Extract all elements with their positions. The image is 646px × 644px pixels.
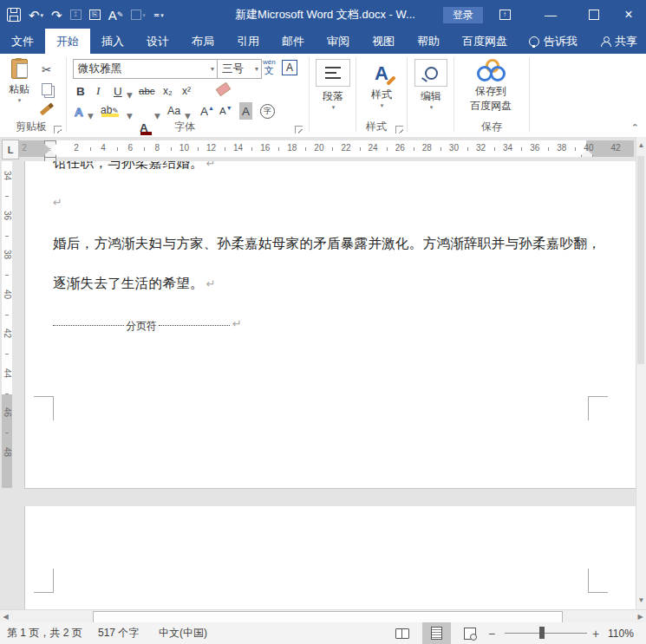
underline-button[interactable]: U [114,82,122,100]
text-line-para2[interactable]: 逐渐失去了生活的希望。↵ [53,275,216,293]
tab-视图[interactable]: 视图 [361,29,406,54]
zoom-out-button[interactable]: − [488,622,495,644]
ruler-number: 38 [3,250,12,260]
tab-邮件[interactable]: 邮件 [271,29,316,54]
paste-special-icon[interactable]: ⎘ [89,10,101,20]
underline-dropdown[interactable]: ▾ [127,86,133,103]
read-mode-button[interactable] [388,622,416,644]
character-border-icon[interactable]: A [282,59,297,76]
editing-group-button[interactable]: 编辑 ▾ [412,59,450,111]
zoom-in-button[interactable]: + [592,622,599,644]
italic-button[interactable]: I [96,82,101,100]
styles-group-label: 样式 [357,120,395,134]
vertical-scroll-thumb[interactable] [637,156,644,364]
tab-审阅[interactable]: 审阅 [316,29,361,54]
vertical-scrollbar[interactable]: ▲ ▼ [636,137,646,609]
zoom-slider-thumb[interactable] [539,627,545,639]
tab-tellme[interactable]: 告诉我 [519,29,588,54]
language-indicator[interactable]: 中文(中国) [159,622,207,644]
redo-icon[interactable]: ↷ [51,9,62,22]
document-title: 新建Microsoft Word 文档.docx - W... [217,0,434,29]
tab-文件[interactable]: 文件 [0,29,45,54]
superscript-button[interactable]: x² [182,82,191,100]
phonetic-guide-icon[interactable]: wén文 [263,58,276,75]
close-button[interactable]: × [614,0,643,29]
font-name-combo[interactable]: 微软雅黑▾ [73,59,218,79]
horizontal-ruler[interactable]: 2 24681012141618202224262830323436384042 [19,140,634,157]
word-count[interactable]: 517 个字 [98,622,139,644]
tab-插入[interactable]: 插入 [90,29,135,54]
minimize-button[interactable]: — [536,0,565,29]
horizontal-scroll-thumb[interactable] [93,611,563,623]
styles-icon: A [375,59,388,88]
tab-帮助[interactable]: 帮助 [406,29,451,54]
styles-dialog-launcher[interactable] [395,126,403,133]
page-indicator[interactable]: 第 1 页，共 2 页 [7,622,82,644]
font-size-combo[interactable]: 三号▾ [217,59,262,79]
collapse-ribbon-icon[interactable]: ⌃ [631,122,639,133]
save-to-baidu-button[interactable]: 保存到 百度网盘 [460,59,522,114]
page-1[interactable]: 馆任职，与孙柔嘉结婚。↵ ↵ 婚后，方鸿渐夫妇与方家、孙柔嘉姑母家的矛盾暴露并激… [24,161,639,489]
clipboard-dialog-launcher[interactable] [54,126,62,133]
ruler-number: 32 [476,143,486,153]
tab-布局[interactable]: 布局 [180,29,225,54]
tab-引用[interactable]: 引用 [225,29,271,54]
paragraph-group-button[interactable]: 段落 ▾ [315,59,351,111]
page-2[interactable] [24,506,639,610]
paragraph-lines-icon [316,59,350,87]
ruler-tick [360,147,361,151]
print-layout-button[interactable] [422,622,451,644]
ruler-number: 22 [341,143,350,153]
font-dialog-launcher[interactable] [295,126,303,133]
ruler-number: 10 [179,143,189,153]
vertical-ruler[interactable]: 3436384042444648 [2,161,12,488]
tab-selector[interactable]: L [2,140,19,159]
ruler-tick [198,147,199,151]
font-style-icon[interactable]: A✎ [108,9,124,22]
share-button[interactable]: 共享 [601,29,637,54]
shrink-font-button[interactable]: A▼ [219,102,232,120]
cut-icon[interactable]: ✂ [42,61,51,78]
person-add-icon [601,36,610,46]
text-line-partial[interactable]: 馆任职，与孙柔嘉结婚。↵ [53,161,216,172]
tab-设计[interactable]: 设计 [135,29,180,54]
maximize-button[interactable] [579,0,609,29]
styles-group-button[interactable]: A 样式 ▾ [361,59,402,109]
copy-icon[interactable] [42,81,52,98]
paste-button[interactable]: 粘贴 ▾ [9,59,29,104]
scroll-up-icon[interactable]: ▲ [636,141,646,149]
enclose-character-button[interactable]: 字 [260,102,275,120]
scroll-right-icon[interactable]: ▶ [636,613,645,621]
web-layout-button[interactable] [455,622,484,644]
zoom-level[interactable]: 110% [608,622,634,644]
login-button[interactable]: 登录 [443,7,483,23]
scroll-left-icon[interactable]: ◀ [1,613,10,621]
save-icon[interactable] [7,8,21,22]
zoom-slider-track[interactable] [505,633,587,634]
empty-paragraph[interactable]: ↵ [53,194,62,210]
text-line-para1[interactable]: 婚后，方鸿渐夫妇与方家、孙柔嘉姑母家的矛盾暴露并激化。方鸿渐辞职并与孙柔嘉吵翻， [53,235,601,253]
bold-button[interactable]: B [76,82,85,100]
ruler-number: 36 [530,143,539,153]
change-case-button[interactable]: Aa [167,102,180,120]
lightbulb-icon [529,36,539,47]
customize-qat-icon[interactable]: ≖▾ [153,11,164,19]
ruler-tick [5,433,9,433]
scroll-down-icon[interactable]: ▼ [636,596,646,604]
ruler-number: 38 [557,143,566,153]
ribbon-display-options-icon[interactable]: ↑ [490,0,519,29]
format-painter-icon[interactable] [40,101,50,119]
ruler-number: 42 [3,329,12,339]
strikethrough-button[interactable]: abc [139,82,155,100]
ruler-tick [467,147,468,151]
undo-icon[interactable]: ↶▾ [29,9,43,22]
character-shading-button[interactable]: A [239,102,252,120]
editing-label: 编辑 [421,89,441,104]
grow-font-button[interactable]: A▲ [200,102,214,120]
picture-disabled-icon: ▾ [131,10,146,20]
subscript-button[interactable]: x₂ [163,82,173,100]
tab-开始[interactable]: 开始 [45,29,90,54]
clear-formatting-icon[interactable] [217,81,230,98]
tab-百度网盘[interactable]: 百度网盘 [451,29,519,54]
text-effects-button[interactable]: A [75,103,83,120]
